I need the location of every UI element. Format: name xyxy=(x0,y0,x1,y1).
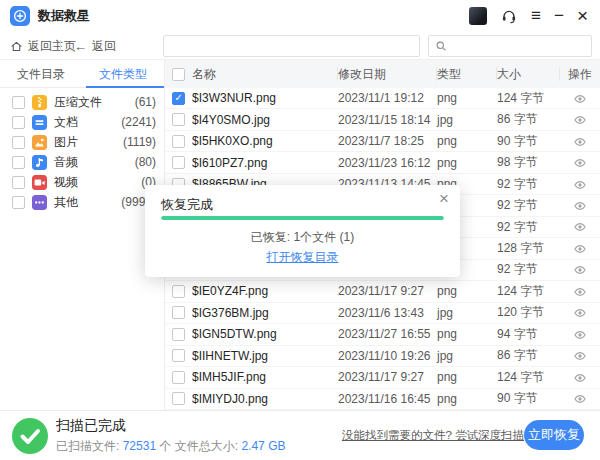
headset-icon[interactable] xyxy=(500,7,518,25)
preview-eye-icon[interactable] xyxy=(573,92,587,106)
preview-eye-icon[interactable] xyxy=(573,371,587,385)
category-count: (80) xyxy=(135,155,156,169)
recover-now-button[interactable]: 立即恢复 xyxy=(524,420,584,450)
file-date: 2023/11/1 19:12 xyxy=(338,91,437,105)
row-checkbox[interactable] xyxy=(172,135,185,148)
search-input[interactable] xyxy=(452,39,585,53)
category-count: (1119) xyxy=(123,135,156,149)
file-size: 92 字节 xyxy=(497,261,560,278)
category-checkbox[interactable] xyxy=(12,136,25,149)
row-checkbox[interactable] xyxy=(172,92,185,105)
file-size: 128 字节 xyxy=(497,240,560,257)
dialog-close-icon[interactable]: × xyxy=(439,190,449,208)
home-button[interactable]: 返回主页 xyxy=(10,32,76,60)
sidebar-item[interactable]: 图片(1119) xyxy=(0,132,164,152)
file-size: 92 字节 xyxy=(497,176,560,193)
table-row[interactable]: $IE0YZ4F.png2023/11/17 9:27png124 字节 xyxy=(165,281,600,302)
preview-eye-icon[interactable] xyxy=(573,156,587,170)
file-size: 124 字节 xyxy=(497,369,560,386)
file-name: $IG376BM.jpg xyxy=(192,306,338,320)
file-type-list: 压缩文件(61)文档(2241)图片(1119)音频(80)视频(0)其他(99… xyxy=(0,88,164,212)
row-checkbox[interactable] xyxy=(172,156,185,169)
file-name: $IMIYDJ0.png xyxy=(192,392,338,406)
preview-eye-icon[interactable] xyxy=(573,242,587,256)
row-checkbox[interactable] xyxy=(172,392,185,405)
video-icon xyxy=(32,175,47,190)
sidebar-item[interactable]: 视频(0) xyxy=(0,172,164,192)
table-row[interactable]: $IMIYDJ0.png2023/11/16 16:45png90 字节 xyxy=(165,389,600,410)
file-date: 2023/11/17 9:27 xyxy=(338,284,437,298)
file-type: jpg xyxy=(437,349,497,363)
sidebar-item[interactable]: 文档(2241) xyxy=(0,112,164,132)
minimize-icon[interactable]: − xyxy=(554,7,564,25)
preview-eye-icon[interactable] xyxy=(573,178,587,192)
preview-eye-icon[interactable] xyxy=(573,306,587,320)
file-size: 92 字节 xyxy=(497,219,560,236)
header-name[interactable]: 名称 xyxy=(192,67,338,81)
header-type[interactable]: 类型 xyxy=(437,67,497,81)
recovery-progress-fill xyxy=(161,216,444,220)
preview-eye-icon[interactable] xyxy=(573,285,587,299)
close-icon[interactable]: × xyxy=(577,7,588,25)
category-checkbox[interactable] xyxy=(12,156,25,169)
category-checkbox[interactable] xyxy=(12,116,25,129)
row-checkbox[interactable] xyxy=(172,285,185,298)
home-icon xyxy=(10,40,23,53)
path-input[interactable] xyxy=(163,35,420,57)
file-date: 2023/11/23 16:12 xyxy=(338,156,437,170)
scanned-files-unit: 个 xyxy=(159,439,171,453)
header-size[interactable]: 大小 xyxy=(497,67,560,81)
tab-file-type[interactable]: 文件类型 xyxy=(82,60,164,87)
table-row[interactable]: $I5HK0XO.png2023/11/7 18:25png90 字节 xyxy=(165,131,600,152)
table-row[interactable]: $I4Y0SMO.jpg2023/11/15 18:14jpg86 字节 xyxy=(165,109,600,130)
table-row[interactable]: $IGN5DTW.png2023/11/27 16:55png94 字节 xyxy=(165,324,600,345)
file-name: $I5HK0XO.png xyxy=(192,134,338,148)
sidebar: 文件目录 文件类型 压缩文件(61)文档(2241)图片(1119)音频(80)… xyxy=(0,60,165,410)
preview-eye-icon[interactable] xyxy=(573,220,587,234)
file-name: $I610PZ7.png xyxy=(192,156,338,170)
table-row[interactable]: $IIHNETW.jpg2023/11/10 19:26jpg86 字节 xyxy=(165,346,600,367)
row-checkbox[interactable] xyxy=(172,113,185,126)
scanned-files-count: 72531 xyxy=(123,439,156,453)
category-checkbox[interactable] xyxy=(12,176,25,189)
preview-eye-icon[interactable] xyxy=(573,135,587,149)
row-checkbox[interactable] xyxy=(172,306,185,319)
back-button-label: 返回 xyxy=(92,38,116,55)
scanned-files-label: 已扫描文件: xyxy=(56,439,119,453)
preview-eye-icon[interactable] xyxy=(573,199,587,213)
avatar[interactable] xyxy=(469,7,487,25)
menu-icon[interactable]: ≡ xyxy=(531,7,541,25)
sidebar-item[interactable]: 其他(9999) xyxy=(0,192,164,212)
back-button[interactable]: ← 返回 xyxy=(74,32,116,60)
file-name: $I4Y0SMO.jpg xyxy=(192,113,338,127)
search-icon xyxy=(435,40,447,52)
total-size-value: 2.47 GB xyxy=(241,439,285,453)
row-checkbox[interactable] xyxy=(172,328,185,341)
sidebar-item[interactable]: 压缩文件(61) xyxy=(0,92,164,112)
file-name: $IIHNETW.jpg xyxy=(192,349,338,363)
select-all-checkbox[interactable] xyxy=(172,68,185,81)
row-checkbox[interactable] xyxy=(172,349,185,362)
category-checkbox[interactable] xyxy=(12,96,25,109)
table-row[interactable]: $IG376BM.jpg2023/11/6 13:43jpg120 字节 xyxy=(165,303,600,324)
preview-eye-icon[interactable] xyxy=(573,392,587,406)
titlebar-controls: ≡ − × xyxy=(469,7,588,25)
file-size: 86 字节 xyxy=(497,111,560,128)
header-date[interactable]: 修改日期 xyxy=(338,67,437,81)
deep-scan-link[interactable]: 没能找到需要的文件? 尝试深度扫描 xyxy=(342,428,524,443)
table-row[interactable]: $I610PZ7.png2023/11/23 16:12png98 字节 xyxy=(165,152,600,173)
preview-eye-icon[interactable] xyxy=(573,263,587,277)
preview-eye-icon[interactable] xyxy=(573,349,587,363)
tab-file-directory[interactable]: 文件目录 xyxy=(0,60,82,87)
file-size: 86 字节 xyxy=(497,347,560,364)
category-label: 音频 xyxy=(54,154,78,171)
sidebar-item[interactable]: 音频(80) xyxy=(0,152,164,172)
preview-eye-icon[interactable] xyxy=(573,113,587,127)
preview-eye-icon[interactable] xyxy=(573,328,587,342)
table-row[interactable]: $IMH5JIF.png2023/11/17 9:27png124 字节 xyxy=(165,367,600,388)
open-recovery-folder-link[interactable]: 打开恢复目录 xyxy=(145,249,460,266)
row-checkbox[interactable] xyxy=(172,371,185,384)
category-checkbox[interactable] xyxy=(12,196,25,209)
table-row[interactable]: $I3W3NUR.png2023/11/1 19:12png124 字节 xyxy=(165,88,600,109)
audio-icon xyxy=(32,155,47,170)
